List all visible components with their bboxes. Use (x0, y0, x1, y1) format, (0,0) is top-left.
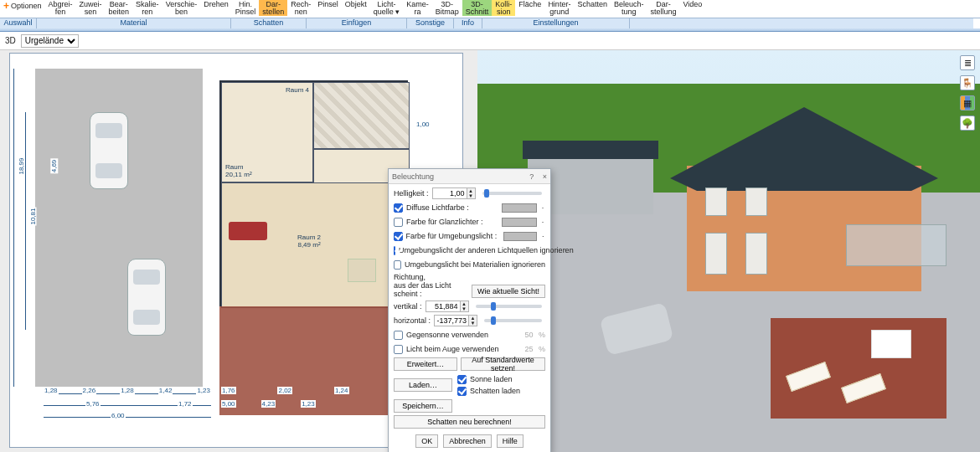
ribbon-item-17[interactable]: Hinter- grund (544, 0, 574, 16)
ribbon-groups: AuswahlMaterialSchattenEinfügenSonstigeI… (0, 18, 980, 28)
ribbon-optionen-label: Optionen (11, 3, 42, 10)
ignore-other-label: Umgebungslicht der anderen Lichtquellen … (399, 246, 574, 254)
load-sun-checkbox[interactable] (457, 375, 467, 384)
ribbon-item-7[interactable]: Dar- stellen (259, 0, 287, 16)
table-icon (348, 259, 376, 282)
ribbon-item-21[interactable]: Video (679, 0, 705, 16)
room-0-label: Raum 4 (286, 86, 309, 94)
swatch-more-icon[interactable]: · (540, 232, 545, 240)
specular-color-swatch[interactable] (502, 218, 537, 227)
spin-down-icon[interactable]: ▼ (469, 321, 477, 326)
room-3-area: 8,49 m² (297, 241, 321, 249)
ribbon-group-6: Einstellungen (482, 18, 630, 28)
ignore-materials-checkbox[interactable] (394, 260, 401, 270)
house-3d (687, 107, 921, 291)
window-icon (745, 187, 767, 216)
diffuse-checkbox[interactable] (394, 203, 403, 213)
eyelight-checkbox[interactable] (394, 345, 403, 354)
room-1-area: 20,11 m² (225, 171, 252, 178)
ribbon-item-12[interactable]: Kame- ra (403, 0, 432, 16)
eyelight-label: Licht beim Auge verwenden (406, 345, 499, 353)
load-shadow-label: Schatten laden (470, 387, 520, 395)
dim-terrace2-1: 4,23 (261, 400, 276, 408)
ok-button[interactable]: OK (415, 434, 438, 448)
vertical-label: vertikal : (394, 302, 422, 311)
dim-left-1: 10,81 (29, 207, 37, 225)
close-icon[interactable]: × (543, 172, 547, 181)
furniture-icon[interactable]: 🪑 (960, 75, 975, 90)
ribbon-item-15[interactable]: Kolli- sion (492, 0, 515, 16)
defaults-button[interactable]: Auf Standardwerte setzen! (461, 357, 545, 371)
ribbon-item-6[interactable]: Hin. Pinsel (232, 0, 260, 16)
layer-select[interactable]: Urgelände (21, 34, 79, 48)
swatch-more-icon[interactable]: · (540, 203, 545, 212)
dim-vline-outer (13, 69, 20, 387)
window-icon (705, 187, 727, 216)
save-button[interactable]: Speichern… (394, 399, 452, 413)
dim-bottom-3: 1,42 (158, 387, 173, 394)
ribbon-item-8[interactable]: Rech- nen (287, 0, 314, 16)
materials-icon[interactable]: ▦ (960, 95, 975, 110)
dim-line-b3 (44, 417, 211, 424)
load-sun-label: Sonne laden (470, 375, 513, 383)
ribbon-item-19[interactable]: Beleuch- tung (611, 0, 647, 16)
ribbon-item-4[interactable]: Verschie- ben (162, 0, 201, 16)
room-top-right (313, 82, 410, 149)
spin-down-icon[interactable]: ▼ (461, 306, 468, 311)
ribbon-item-3[interactable]: Skalie- ren (132, 0, 162, 16)
horizontal-spinner[interactable]: ▲▼ (434, 315, 477, 326)
layers-icon[interactable]: ≣ (960, 55, 975, 70)
horizontal-input[interactable] (435, 316, 468, 326)
direction-label-2: aus der das Licht scheint : (394, 281, 468, 298)
load-button[interactable]: Laden… (394, 378, 452, 392)
brightness-slider[interactable] (482, 192, 542, 195)
vertical-input[interactable] (426, 301, 460, 311)
ribbon-item-0[interactable]: Abgrei- fen (45, 0, 76, 16)
ribbon-group-5: Info (454, 18, 482, 28)
ribbon-item-11[interactable]: Licht- quelle ▾ (370, 0, 404, 16)
specular-checkbox[interactable] (394, 218, 403, 227)
spin-down-icon[interactable]: ▼ (467, 193, 475, 198)
recalc-shadows-button[interactable]: Schatten neu berechnen! (394, 415, 545, 429)
ribbon-optionen[interactable]: + Optionen (0, 0, 45, 10)
dim-left-0: 18,99 (18, 157, 25, 175)
advanced-button[interactable]: Erweitert… (394, 357, 457, 371)
diffuse-color-swatch[interactable] (502, 203, 537, 213)
cancel-button[interactable]: Abbrechen (443, 434, 492, 448)
vertical-spinner[interactable]: ▲▼ (426, 300, 469, 312)
ribbon-item-5[interactable]: Drehen (200, 0, 232, 16)
load-shadow-checkbox[interactable] (457, 387, 467, 396)
ribbon-item-20[interactable]: Dar- stellung (647, 0, 679, 16)
room-top-left: Raum 4 Raum 20,11 m² (221, 82, 313, 182)
dim-b3: 6,00 (111, 412, 126, 419)
dim-b2-1: 1,72 (178, 400, 193, 408)
percent-icon: % (536, 345, 545, 353)
ribbon-item-1[interactable]: Zuwei- sen (76, 0, 106, 16)
swatch-more-icon[interactable]: · (540, 218, 545, 226)
help-icon[interactable]: ? (529, 172, 534, 181)
house-roof (670, 107, 938, 191)
ribbon-item-2[interactable]: Bear- beiten (106, 0, 133, 16)
ribbon-item-16[interactable]: Fläche (515, 0, 544, 16)
plants-icon[interactable]: 🌳 (960, 116, 975, 131)
ambient-color-swatch[interactable] (503, 232, 537, 241)
dim-left-2: 4,69 (50, 159, 58, 174)
ambient-checkbox[interactable] (394, 232, 403, 241)
help-button[interactable]: Hilfe (497, 434, 524, 448)
ignore-other-checkbox[interactable] (394, 246, 395, 255)
countersun-checkbox[interactable] (394, 331, 403, 340)
like-current-view-button[interactable]: Wie aktuelle Sicht! (472, 285, 545, 298)
dialog-titlebar[interactable]: Beleuchtung ? × (389, 169, 550, 184)
direction-label-1: Richtung, (394, 273, 468, 281)
ribbon-item-10[interactable]: Objekt (342, 0, 370, 16)
vertical-slider[interactable] (476, 305, 542, 308)
ribbon-item-14[interactable]: 3D- Schnitt (462, 0, 493, 16)
ribbon-item-13[interactable]: 3D- Bitmap (432, 0, 462, 16)
diffuse-label: Diffuse Lichtfarbe : (406, 203, 469, 212)
horizontal-slider[interactable] (484, 319, 542, 322)
ribbon-item-18[interactable]: Schatten (574, 0, 611, 16)
room-1-label: Raum (225, 163, 252, 171)
brightness-input[interactable] (433, 188, 467, 198)
ribbon-item-9[interactable]: Pinsel (314, 0, 342, 16)
brightness-spinner[interactable]: ▲▼ (432, 187, 476, 199)
